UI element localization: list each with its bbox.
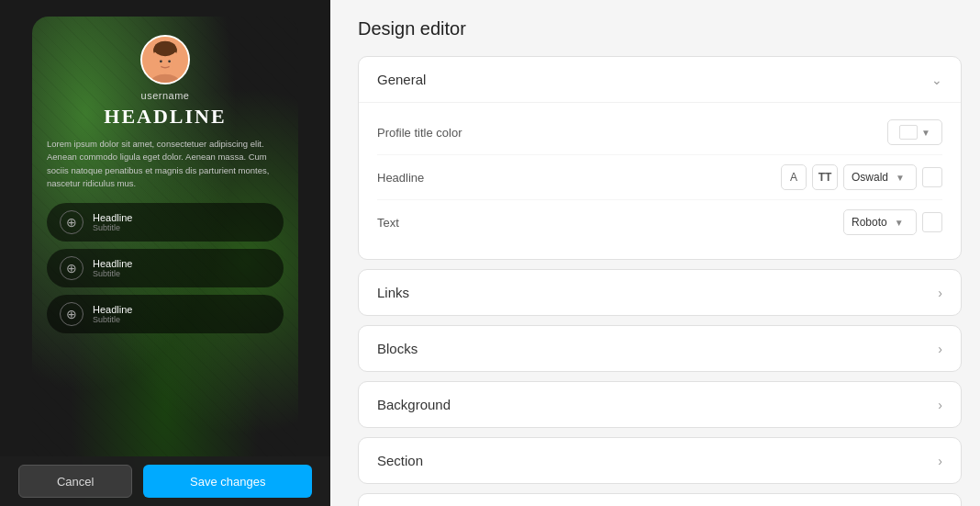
background-section-header[interactable]: Background › xyxy=(359,382,961,427)
section-section-header[interactable]: Section › xyxy=(359,438,961,483)
username-label: username xyxy=(141,90,190,101)
font-name: Oswald xyxy=(852,171,888,184)
chevron-right-icon: › xyxy=(938,286,942,300)
right-panel: Design editor General ⌄ Profile title co… xyxy=(330,0,980,506)
bottom-bar: Cancel Save changes xyxy=(0,456,330,506)
headline-row: Headline A TT Oswald ▼ xyxy=(377,155,942,200)
chevron-right-icon: › xyxy=(938,398,942,412)
text-label: Text xyxy=(377,216,399,230)
profile-title-color-row: Profile title color ▼ xyxy=(377,110,942,155)
list-item: ⊕ Headline Subtitle xyxy=(47,203,284,242)
link-title: Headline xyxy=(93,212,132,223)
font-name: Roboto xyxy=(852,216,887,229)
background-label: Background xyxy=(377,397,451,412)
link-subtitle: Subtitle xyxy=(93,315,132,324)
font-size-small-button[interactable]: A xyxy=(781,164,807,190)
link-text-group: Headline Subtitle xyxy=(93,212,132,232)
headline-label: Headline xyxy=(377,171,424,185)
add-section-button[interactable]: Add section + xyxy=(358,493,962,506)
general-label: General xyxy=(377,72,426,87)
profile-title-color-label: Profile title color xyxy=(377,126,462,140)
text-font-select[interactable]: Roboto ▼ xyxy=(843,209,917,235)
chevron-down-icon: ▼ xyxy=(895,218,904,228)
cancel-button[interactable]: Cancel xyxy=(18,465,132,498)
headline-font-select[interactable]: Oswald ▼ xyxy=(843,164,917,190)
font-color-swatch[interactable] xyxy=(922,167,942,187)
blocks-section-header[interactable]: Blocks › xyxy=(359,326,961,371)
chevron-down-icon: ▼ xyxy=(921,128,930,138)
chevron-right-icon: › xyxy=(938,454,942,468)
left-panel: username HEADLINE Lorem ipsum dolor sit … xyxy=(0,0,330,506)
links-label: Links xyxy=(377,285,409,300)
list-item: ⊕ Headline Subtitle xyxy=(47,249,284,287)
color-controls: ▼ xyxy=(887,119,942,145)
section-section: Section › xyxy=(358,437,962,484)
list-item: ⊕ Headline Subtitle xyxy=(47,295,284,333)
preview-content: username HEADLINE Lorem ipsum dolor sit … xyxy=(32,17,298,352)
page-title: Design editor xyxy=(358,18,962,39)
text-font-controls: Roboto ▼ xyxy=(843,209,942,235)
save-button[interactable]: Save changes xyxy=(143,465,312,498)
svg-point-6 xyxy=(168,60,171,62)
blocks-section: Blocks › xyxy=(358,325,962,372)
svg-point-5 xyxy=(160,60,162,62)
link-title: Headline xyxy=(93,304,132,315)
links-section: Links › xyxy=(358,269,962,316)
link-subtitle: Subtitle xyxy=(93,223,132,232)
avatar xyxy=(140,35,190,84)
link-text-group: Headline Subtitle xyxy=(93,258,132,278)
link-title: Headline xyxy=(93,258,132,269)
preview-card: username HEADLINE Lorem ipsum dolor sit … xyxy=(32,17,298,506)
headline-font-controls: A TT Oswald ▼ xyxy=(781,164,942,190)
font-bold-button[interactable]: TT xyxy=(812,164,838,190)
headline-text: HEADLINE xyxy=(104,105,226,129)
svg-point-4 xyxy=(154,41,176,57)
chevron-right-icon: › xyxy=(938,342,942,356)
general-section-header[interactable]: General ⌄ xyxy=(359,57,961,102)
chevron-down-icon: ▼ xyxy=(896,173,905,183)
general-content: Profile title color ▼ Headline A TT Oswa… xyxy=(359,102,961,259)
general-section: General ⌄ Profile title color ▼ Headline… xyxy=(358,56,962,260)
color-swatch xyxy=(899,125,918,140)
globe-icon: ⊕ xyxy=(60,210,84,234)
blocks-label: Blocks xyxy=(377,341,418,356)
section-label: Section xyxy=(377,453,423,468)
chevron-up-icon: ⌄ xyxy=(931,73,942,87)
color-picker-button[interactable]: ▼ xyxy=(887,119,942,145)
link-text-group: Headline Subtitle xyxy=(93,304,132,324)
globe-icon: ⊕ xyxy=(60,302,84,326)
links-section-header[interactable]: Links › xyxy=(359,270,961,315)
background-section: Background › xyxy=(358,381,962,428)
text-color-swatch[interactable] xyxy=(922,212,942,232)
globe-icon: ⊕ xyxy=(60,256,84,280)
body-text: Lorem ipsum dolor sit amet, consectetuer… xyxy=(47,138,284,190)
text-row: Text Roboto ▼ xyxy=(377,200,942,244)
link-subtitle: Subtitle xyxy=(93,269,132,278)
